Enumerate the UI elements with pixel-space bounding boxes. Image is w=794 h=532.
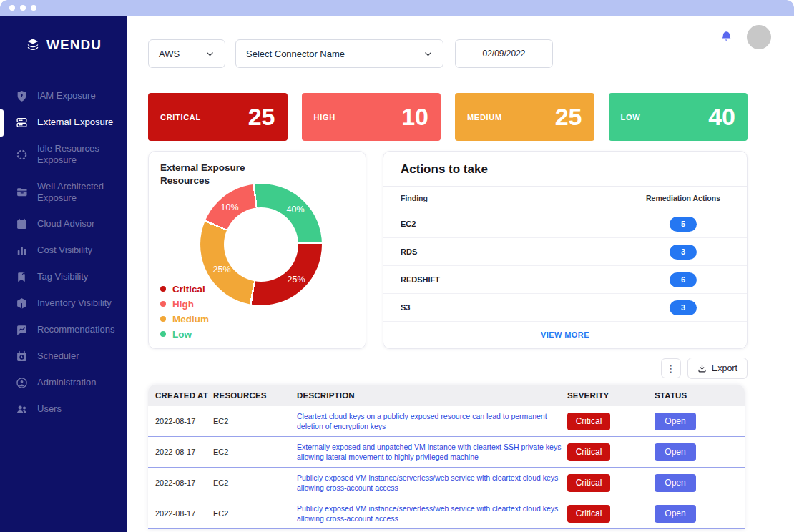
export-button[interactable]: Export [687,358,748,379]
findings-table-body: 2022-08-17 EC2 Cleartext cloud keys on a… [148,406,745,529]
sidebar-item-cloud-advisor[interactable]: Cloud Advisor [0,211,127,237]
remediation-count-pill[interactable]: 5 [670,217,697,232]
window-titlebar [0,0,794,16]
description-link[interactable]: Publicly exposed VM instance/serverless/… [297,473,563,493]
sidebar-item-tag-visibility[interactable]: Tag Visibility [0,264,127,290]
finding-label: S3 [401,303,410,312]
users-icon [16,403,28,415]
severity-card-critical: CRITICAL 25 [148,93,288,141]
finding-label: RDS [401,247,417,256]
open-status-button[interactable]: Open [655,505,696,523]
notifications-bell-icon[interactable] [720,31,732,44]
legend-item-high: High [160,297,209,311]
severity-card-label: MEDIUM [467,113,502,122]
sidebar: WENDU IAM Exposure External Exposure [0,16,127,532]
main-content: AWS Select Connector Name 02/09/2022 [127,16,794,532]
app-window: WENDU IAM Exposure External Exposure [0,0,794,532]
remediation-count-pill[interactable]: 3 [670,245,697,260]
actions-table-header: Finding Remediation Actions [383,187,747,210]
description-link[interactable]: Publicly exposed VM instance/serverless/… [297,503,563,523]
window-control-dot[interactable] [20,5,26,11]
provider-select-value: AWS [159,49,180,59]
open-status-button[interactable]: Open [655,413,696,430]
more-options-button[interactable]: ⋮ [661,358,681,378]
bar-chart-icon [16,245,28,257]
open-status-button[interactable]: Open [655,443,696,461]
sidebar-item-label: Scheduler [37,350,79,362]
table-row: 2022-08-17 EC2 Externally exposed and un… [148,437,745,468]
sidebar-item-administration[interactable]: Administration [0,370,127,396]
severity-badge: Critical [567,505,610,523]
severity-card-label: HIGH [314,113,335,122]
column-header-remediation-actions: Remediation Actions [637,194,730,202]
sidebar-item-label: IAM Exposure [37,90,96,102]
description-link[interactable]: Cleartext cloud keys on a publicly expos… [297,411,563,431]
column-header-severity: SEVERITY [567,391,655,400]
filter-bar: AWS Select Connector Name 02/09/2022 [148,39,794,68]
chart-legend: Critical High Medium [160,282,209,341]
findings-table: CREATED AT RESOURCES DESCRIPTION SEVERIT… [148,385,745,529]
sidebar-item-scheduler[interactable]: Scheduler [0,343,127,370]
sidebar-item-idle-resources-exposure[interactable]: Idle Resources Exposure [0,136,127,174]
column-header-created-at: CREATED AT [148,391,213,400]
date-field[interactable]: 02/09/2022 [455,39,553,68]
column-header-description: DESCRIPTION [297,391,567,400]
donut-chart: 40%25%25%10% [200,184,322,305]
servers-icon [16,117,28,129]
sidebar-item-label: Tag Visibility [37,271,88,282]
sidebar-item-inventory-visibility[interactable]: Inventory Visibility [0,290,127,317]
sidebar-nav: IAM Exposure External Exposure Idle Reso… [0,83,127,423]
resource-cell: EC2 [213,417,297,425]
legend-item-medium: Medium [160,312,209,326]
severity-card-value: 25 [555,103,582,131]
sidebar-item-cost-visibility[interactable]: Cost Visibility [0,237,127,264]
severity-card-label: LOW [621,113,641,122]
donut-label-medium: 25% [212,265,230,275]
severity-badge: Critical [567,474,610,492]
connector-select-value: Select Connector Name [246,49,345,59]
recommendation-icon [16,324,28,336]
connector-select[interactable]: Select Connector Name [235,39,443,68]
sidebar-item-label: Inventory Visibility [37,297,112,309]
created-at-cell: 2022-08-17 [148,509,213,518]
sidebar-item-external-exposure[interactable]: External Exposure [0,109,127,136]
sidebar-item-iam-exposure[interactable]: IAM Exposure [0,83,127,109]
actions-rows: EC2 5 RDS 3 REDSHIFT 6 [383,210,747,322]
remediation-count-pill[interactable]: 3 [670,300,697,315]
chevron-down-icon [205,49,215,59]
brand: WENDU [0,37,127,53]
sidebar-item-label: Cost Visibility [37,245,92,256]
finding-label: REDSHIFT [401,275,440,284]
table-toolbar: ⋮ Export [148,358,748,379]
severity-cards: CRITICAL 25 HIGH 10 MEDIUM 25 LOW [148,93,748,141]
shield-icon [16,90,28,102]
remediation-count-pill[interactable]: 6 [670,272,697,287]
window-control-dot[interactable] [31,5,36,11]
open-status-button[interactable]: Open [655,474,696,492]
actions-panel-title: Actions to take [383,152,747,187]
chart-title: External Exposure Resources [160,162,257,187]
sidebar-item-users[interactable]: Users [0,396,127,423]
severity-card-label: CRITICAL [160,113,201,122]
donut-label-high: 10% [220,202,238,212]
column-header-finding: Finding [401,194,428,202]
sidebar-item-label: Idle Resources Exposure [37,143,118,167]
sidebar-item-well-architected-exposure[interactable]: Well Architected Exposure [0,174,127,212]
legend-dot [160,286,166,292]
legend-label: Critical [172,284,205,295]
sidebar-item-recommendations[interactable]: Recommendations [0,317,127,343]
brand-name: WENDU [46,37,102,53]
severity-card-value: 40 [708,103,735,131]
column-header-status: STATUS [655,391,745,400]
admin-icon [16,377,28,389]
description-link[interactable]: Externally exposed and unpatched VM inst… [297,442,563,462]
sidebar-item-label: Users [37,403,62,415]
user-zone [720,25,771,49]
sidebar-item-label: Well Architected Exposure [37,181,118,205]
table-row: 2022-08-17 EC2 Publicly exposed VM insta… [148,468,745,498]
window-control-dot[interactable] [9,5,15,11]
avatar[interactable] [747,25,771,49]
provider-select[interactable]: AWS [148,39,225,68]
table-row: 2022-08-17 EC2 Cleartext cloud keys on a… [148,406,745,437]
view-more-link[interactable]: VIEW MORE [383,322,747,348]
